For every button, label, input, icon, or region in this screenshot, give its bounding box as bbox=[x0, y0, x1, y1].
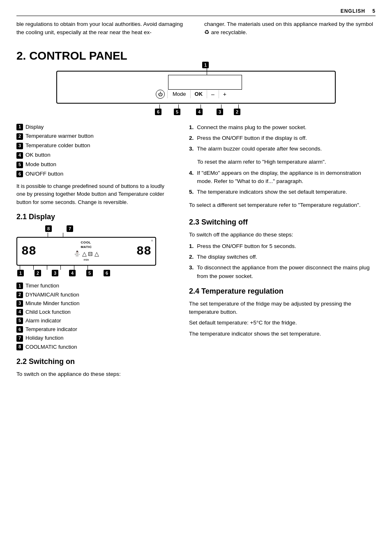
onoff-button-icon: ⏻ bbox=[156, 90, 165, 99]
language-label: ENGLISH bbox=[341, 8, 365, 14]
switching-on-steps: 1. Connect the mains plug to the power s… bbox=[189, 123, 376, 153]
display-item-6: 6Temperature indicator bbox=[16, 326, 173, 333]
temp-regulation-text2: Set default temperature: +5°C for the fr… bbox=[189, 319, 376, 327]
intro-left: ble regulations to obtain from your loca… bbox=[16, 20, 188, 37]
panel-note: It is possible to change predefined soun… bbox=[16, 182, 173, 206]
panel-box: ⏻ Mode OK – + bbox=[56, 71, 336, 104]
display-icons-row: ⛄ △ ⊟ △ bbox=[74, 250, 99, 257]
bottom-label-4: 4 bbox=[196, 104, 205, 115]
off-step-3: 3. To disconnect the appliance from the … bbox=[189, 264, 376, 280]
step-5-note: To select a different set temperature re… bbox=[189, 201, 376, 209]
display-top-lines bbox=[16, 233, 156, 237]
display-subtitle: 2.1 Display bbox=[16, 213, 173, 221]
switching-on-title: 2.2 Switching on bbox=[16, 357, 173, 366]
display-item-1: 1Timer function bbox=[16, 282, 173, 290]
display-item-5: 5Alarm indicator bbox=[16, 317, 173, 324]
display-labels-list: 1Timer function 2DYNAMICAIR function 3Mi… bbox=[16, 282, 173, 351]
step-1: 1. Connect the mains plug to the power s… bbox=[189, 123, 376, 132]
intro-section: ble regulations to obtain from your loca… bbox=[16, 20, 376, 37]
switching-off-steps: 1. Press the ON/OFF button for 5 seconds… bbox=[189, 242, 376, 280]
step-4: 4. If "dEMo" appears on the display, the… bbox=[189, 169, 376, 186]
temp-regulation-text3: The temperature indicator shows the set … bbox=[189, 330, 376, 338]
panel-item-3: 3Temperature colder button bbox=[16, 142, 173, 150]
step-3-note: To reset the alarm refer to "High temper… bbox=[197, 158, 376, 166]
display-diagram: 8 7 88 COOLMATIC ⛄ △ ⊟ △ min 88 bbox=[16, 225, 156, 276]
panel-item-1: 1Display bbox=[16, 123, 173, 131]
control-panel-diagram: 1 ⏻ Mode OK – + 6 5 4 bbox=[56, 71, 336, 115]
display-item-4: 4Child Lock function bbox=[16, 308, 173, 316]
off-step-1: 1. Press the ON/OFF button for 5 seconds… bbox=[189, 242, 376, 250]
display-item-7: 7Holiday function bbox=[16, 334, 173, 342]
plus-button-label: + bbox=[221, 91, 229, 97]
display-item-8: 8COOLMATIC function bbox=[16, 343, 173, 351]
control-panel-list: 1Display 2Temperature warmer button 3Tem… bbox=[16, 123, 173, 178]
step-2: 2. Press the ON/OFF button if the displa… bbox=[189, 134, 376, 142]
bottom-label-5: 5 bbox=[174, 104, 183, 115]
min-label: min bbox=[84, 258, 89, 262]
panel-item-5: 5Mode button bbox=[16, 161, 173, 169]
panel-bottom-labels: 6 5 4 3 2 bbox=[155, 104, 392, 115]
bottom-label-3: 3 bbox=[217, 104, 226, 115]
panel-buttons-row: ⏻ Mode OK – + bbox=[156, 90, 229, 99]
language-page: ENGLISH 5 bbox=[341, 8, 376, 14]
page-header: ENGLISH 5 bbox=[16, 8, 376, 16]
section-title: 2. CONTROL PANEL bbox=[16, 49, 376, 63]
degree-indicator: ° bbox=[151, 239, 153, 244]
display-box: 88 COOLMATIC ⛄ △ ⊟ △ min 88 ° bbox=[16, 237, 156, 266]
panel-item-2: 2Temperature warmer button bbox=[16, 132, 173, 140]
temp-regulation-title: 2.4 Temperature regulation bbox=[189, 287, 376, 296]
step-5: 5. The temperature indicators show the s… bbox=[189, 188, 376, 196]
bottom-label-6: 6 bbox=[155, 104, 164, 115]
mode-button-label: Mode bbox=[170, 91, 189, 97]
step-3: 3. The alarm buzzer could operate after … bbox=[189, 145, 376, 153]
display-middle-area: COOLMATIC ⛄ △ ⊟ △ min bbox=[74, 241, 99, 262]
intro-right: changer. The materials used on this appl… bbox=[204, 20, 376, 37]
right-column: 1. Connect the mains plug to the power s… bbox=[189, 123, 376, 382]
switching-on-intro: To switch on the appliance do these step… bbox=[16, 370, 173, 378]
temp-regulation-text1: The set temperature of the fridge may be… bbox=[189, 300, 376, 317]
off-step-2: 2. The display switches off. bbox=[189, 253, 376, 261]
display-item-2: 2DYNAMICAIR function bbox=[16, 291, 173, 299]
content-section: 1Display 2Temperature warmer button 3Tem… bbox=[16, 123, 376, 382]
coolmatic-text: COOLMATIC bbox=[81, 241, 92, 249]
panel-item-6: 6ON/OFF button bbox=[16, 170, 173, 178]
switching-on-steps-cont: 4. If "dEMo" appears on the display, the… bbox=[189, 169, 376, 197]
page-number: 5 bbox=[372, 8, 376, 14]
ok-button-label: OK bbox=[192, 91, 205, 97]
left-column: 1Display 2Temperature warmer button 3Tem… bbox=[16, 123, 173, 382]
panel-display bbox=[168, 75, 242, 90]
bottom-label-2: 2 bbox=[234, 104, 243, 115]
switching-off-intro: To switch off the appliance do these ste… bbox=[189, 231, 376, 239]
switching-off-title: 2.3 Switching off bbox=[189, 218, 376, 227]
minus-button-label: – bbox=[209, 91, 217, 97]
panel-item-4: 4OK button bbox=[16, 151, 173, 159]
display-right-digits: 88 bbox=[136, 245, 151, 257]
display-top-nums: 8 7 bbox=[16, 225, 156, 232]
display-left-digits: 88 bbox=[21, 245, 36, 257]
display-bottom-nums: 1 2 3 4 5 6 bbox=[16, 270, 156, 276]
display-item-3: 3Minute Minder function bbox=[16, 300, 173, 307]
display-bottom-lines bbox=[16, 266, 156, 270]
